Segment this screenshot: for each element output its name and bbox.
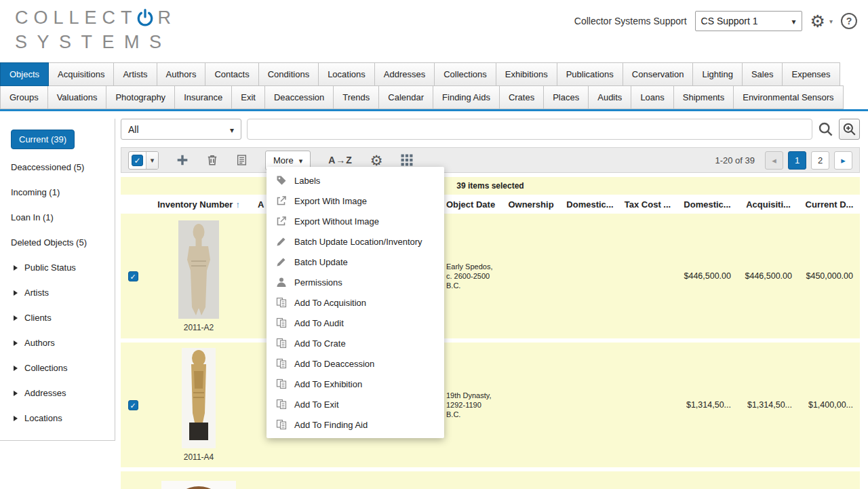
tab-valuations[interactable]: Valuations bbox=[47, 85, 107, 109]
menu-item-label: Add To Finding Aid bbox=[294, 420, 368, 430]
power-icon bbox=[136, 9, 154, 26]
tab-crates[interactable]: Crates bbox=[499, 85, 544, 109]
sidebar-group-artists[interactable]: Artists bbox=[11, 280, 109, 305]
object-thumbnail[interactable] bbox=[178, 220, 219, 319]
tab-groups[interactable]: Groups bbox=[0, 85, 48, 109]
help-icon[interactable] bbox=[841, 13, 857, 29]
tab-finding-aids[interactable]: Finding Aids bbox=[433, 85, 500, 109]
tab-addresses[interactable]: Addresses bbox=[374, 62, 435, 86]
column-header-acquisition[interactable]: Acquisiti... bbox=[738, 199, 799, 210]
add-button[interactable] bbox=[176, 154, 189, 166]
sidebar-filter-deaccessioned[interactable]: Deaccessioned (5) bbox=[11, 155, 109, 180]
grid-view-button[interactable] bbox=[401, 154, 413, 166]
select-all-checkbox[interactable] bbox=[132, 155, 143, 166]
row-checkbox[interactable] bbox=[128, 400, 138, 410]
page-1-button[interactable]: 1 bbox=[788, 151, 806, 170]
object-cell[interactable]: 2011-A2 bbox=[145, 220, 252, 332]
menu-item-permissions[interactable]: Permissions bbox=[267, 272, 444, 292]
column-header-object-date[interactable]: Object Date bbox=[441, 199, 500, 210]
select-menu-caret-icon[interactable] bbox=[146, 152, 158, 169]
tab-artists[interactable]: Artists bbox=[113, 62, 157, 86]
sidebar-group-clients[interactable]: Clients bbox=[11, 305, 109, 330]
tab-photography[interactable]: Photography bbox=[106, 85, 175, 109]
account-select[interactable]: CS Support 1 bbox=[695, 11, 802, 31]
sidebar-group-locations[interactable]: Locations bbox=[11, 406, 109, 431]
menu-item-add-to-crate[interactable]: Add To Crate bbox=[267, 333, 444, 353]
tab-loans[interactable]: Loans bbox=[631, 85, 673, 109]
scope-select[interactable]: All bbox=[121, 119, 241, 140]
menu-item-add-to-exit[interactable]: Add To Exit bbox=[267, 394, 444, 414]
tab-audits[interactable]: Audits bbox=[588, 85, 631, 109]
object-thumbnail[interactable] bbox=[161, 481, 236, 489]
tab-publications[interactable]: Publications bbox=[557, 62, 623, 86]
table-row[interactable] bbox=[121, 471, 860, 489]
tab-deaccession[interactable]: Deaccession bbox=[264, 85, 334, 109]
page-2-button[interactable]: 2 bbox=[811, 151, 829, 170]
tab-environmental-sensors[interactable]: Environmental Sensors bbox=[733, 85, 843, 109]
zoom-search-button[interactable] bbox=[839, 119, 860, 140]
object-cell[interactable]: 2011-A4 bbox=[145, 348, 252, 462]
tab-exit[interactable]: Exit bbox=[231, 85, 265, 109]
menu-item-label: Add To Crate bbox=[294, 338, 346, 349]
sidebar-filter-deleted-objects[interactable]: Deleted Objects (5) bbox=[11, 230, 109, 255]
tab-conservation[interactable]: Conservation bbox=[623, 62, 694, 86]
row-checkbox[interactable] bbox=[128, 271, 138, 281]
tab-places[interactable]: Places bbox=[543, 85, 589, 109]
search-bar: All bbox=[121, 119, 860, 140]
tab-objects[interactable]: Objects bbox=[0, 62, 49, 86]
table-row[interactable]: 2011-A4 19th Dynasty, 1292-1190 B.C. $1,… bbox=[121, 343, 860, 467]
menu-item-export-with-image[interactable]: Export With Image bbox=[267, 191, 444, 211]
tab-locations[interactable]: Locations bbox=[318, 62, 375, 86]
sidebar-filter-incoming[interactable]: Incoming (1) bbox=[11, 180, 109, 205]
tab-collections[interactable]: Collections bbox=[434, 62, 496, 86]
menu-item-add-to-deaccession[interactable]: Add To Deaccession bbox=[267, 353, 444, 374]
tab-lighting[interactable]: Lighting bbox=[692, 62, 743, 86]
table-row[interactable]: 2011-A2 Early Spedos, c. 2600-2500 B.C. … bbox=[121, 214, 860, 338]
search-input[interactable] bbox=[247, 119, 812, 140]
tab-authors[interactable]: Authors bbox=[157, 62, 206, 86]
settings-icon[interactable] bbox=[370, 153, 383, 168]
report-button[interactable] bbox=[236, 154, 248, 166]
column-header-ownership[interactable]: Ownership bbox=[500, 199, 561, 210]
delete-button[interactable] bbox=[206, 154, 218, 166]
gear-caret-icon[interactable] bbox=[829, 18, 833, 25]
tab-conditions[interactable]: Conditions bbox=[258, 62, 319, 86]
search-icon[interactable] bbox=[818, 121, 833, 137]
menu-item-labels[interactable]: Labels bbox=[267, 170, 444, 191]
tab-exhibitions[interactable]: Exhibitions bbox=[496, 62, 557, 86]
next-page-button[interactable] bbox=[834, 151, 852, 170]
tab-contacts[interactable]: Contacts bbox=[205, 62, 258, 86]
menu-item-add-to-acquisition[interactable]: Add To Acquisition bbox=[267, 292, 444, 313]
object-thumbnail[interactable] bbox=[182, 348, 216, 448]
column-header-domestic-2[interactable]: Domestic... bbox=[677, 199, 738, 210]
menu-item-add-to-finding-aid[interactable]: Add To Finding Aid bbox=[267, 414, 444, 435]
menu-item-batch-update-location-inventory[interactable]: Batch Update Location/Inventory bbox=[267, 231, 444, 252]
column-header-current[interactable]: Current D... bbox=[799, 199, 860, 210]
add-to-document-icon bbox=[276, 297, 287, 308]
column-header-domestic-1[interactable]: Domestic... bbox=[561, 199, 618, 210]
prev-page-button[interactable] bbox=[765, 151, 783, 170]
sidebar-group-authors[interactable]: Authors bbox=[11, 330, 109, 355]
tab-trends[interactable]: Trends bbox=[333, 85, 379, 109]
menu-item-add-to-exhibition[interactable]: Add To Exhibition bbox=[267, 374, 444, 394]
sidebar-group-public-status[interactable]: Public Status bbox=[11, 255, 109, 280]
menu-item-export-without-image[interactable]: Export Without Image bbox=[267, 211, 444, 231]
sidebar-filter-loan-in[interactable]: Loan In (1) bbox=[11, 205, 109, 230]
tab-sales[interactable]: Sales bbox=[742, 62, 783, 86]
logo-text-1a: COLLECT bbox=[15, 5, 138, 30]
menu-item-add-to-audit[interactable]: Add To Audit bbox=[267, 313, 444, 333]
tab-calendar[interactable]: Calendar bbox=[378, 85, 433, 109]
sidebar-group-collections[interactable]: Collections bbox=[11, 355, 109, 380]
tab-acquisitions[interactable]: Acquisitions bbox=[48, 62, 114, 86]
sort-az-button[interactable]: A→Z bbox=[328, 155, 353, 165]
tab-expenses[interactable]: Expenses bbox=[782, 62, 840, 86]
sidebar-filter-current[interactable]: Current (39) bbox=[11, 130, 75, 149]
sidebar-group-addresses[interactable]: Addresses bbox=[11, 380, 109, 406]
column-header-inventory-number[interactable]: Inventory Number↑ bbox=[145, 199, 252, 210]
tab-shipments[interactable]: Shipments bbox=[673, 85, 734, 109]
column-header-tax-cost[interactable]: Tax Cost ... bbox=[618, 199, 677, 210]
tab-insurance[interactable]: Insurance bbox=[174, 85, 232, 109]
object-cell[interactable] bbox=[145, 481, 252, 489]
menu-item-batch-update[interactable]: Batch Update bbox=[267, 252, 444, 272]
gear-icon[interactable] bbox=[810, 13, 825, 30]
